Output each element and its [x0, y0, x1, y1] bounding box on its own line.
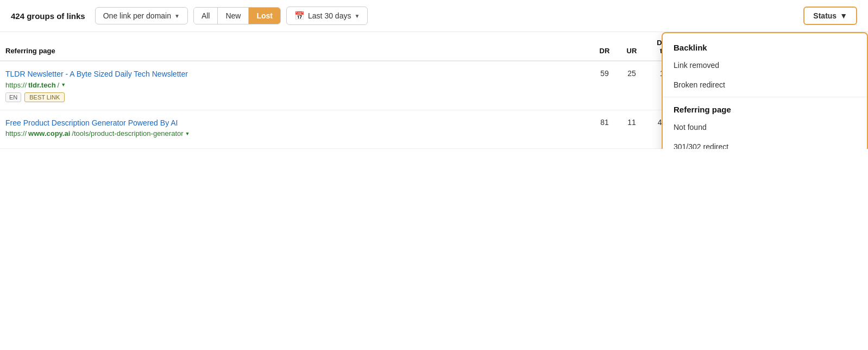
- badge-row-1: EN BEST LINK: [5, 92, 586, 102]
- url-suffix-2: /tools/product-description-generator: [72, 129, 183, 138]
- dropdown-item-label: Link removed: [674, 61, 719, 70]
- status-dropdown-menu: Backlink Link removed Broken redirect Re…: [662, 32, 868, 149]
- dropdown-item-not-found[interactable]: Not found: [663, 117, 867, 137]
- url-chevron-icon[interactable]: ▼: [61, 82, 66, 88]
- link-per-domain-label: One link per domain: [103, 11, 171, 20]
- best-link-badge-1: BEST LINK: [24, 92, 65, 102]
- col-header-referring-page: Referring page: [0, 32, 591, 61]
- page-url-1: https://tldr.tech/ ▼: [5, 81, 586, 89]
- filter-lost-button[interactable]: Lost: [248, 8, 280, 24]
- url-domain-2: www.copy.ai: [28, 129, 70, 138]
- url-chevron-icon-2[interactable]: ▼: [185, 131, 190, 136]
- page-link-2[interactable]: Free Product Description Generator Power…: [5, 118, 586, 129]
- lang-badge-1: EN: [5, 92, 21, 102]
- calendar-icon: 📅: [294, 11, 305, 21]
- page-link-1[interactable]: TLDR Newsletter - A Byte Sized Daily Tec…: [5, 69, 586, 80]
- dropdown-item-label: Not found: [674, 123, 707, 132]
- filter-all-button[interactable]: All: [194, 8, 218, 24]
- dropdown-item-link-removed[interactable]: Link removed: [663, 55, 867, 75]
- dropdown-item-broken-redirect[interactable]: Broken redirect: [663, 75, 867, 95]
- cell-dr-2: 81: [591, 110, 618, 149]
- cell-referring-page-1: TLDR Newsletter - A Byte Sized Daily Tec…: [0, 61, 591, 110]
- dropdown-item-label: 301/302 redirect: [674, 142, 728, 149]
- date-range-label: Last 30 days: [308, 11, 351, 20]
- filter-new-button[interactable]: New: [217, 8, 248, 24]
- toolbar: 424 groups of links One link per domain …: [0, 0, 868, 32]
- url-suffix-1: /: [58, 81, 60, 89]
- backlink-section-header: Backlink: [663, 38, 867, 55]
- table-wrapper: Referring page DR UR Domaintraffic Refer…: [0, 32, 868, 149]
- url-prefix-2: https://: [5, 129, 27, 138]
- filter-group: All New Lost: [193, 7, 281, 24]
- chevron-down-icon: ▼: [354, 13, 360, 19]
- dropdown-item-301-redirect[interactable]: 301/302 redirect: [663, 137, 867, 149]
- col-header-dr: DR: [591, 32, 618, 61]
- dropdown-divider: [663, 97, 867, 97]
- status-dropdown-button[interactable]: Status ▼: [803, 7, 857, 25]
- cell-ur-2: 11: [618, 110, 645, 149]
- status-label: Status: [813, 11, 836, 20]
- url-domain-1: tldr.tech: [28, 81, 56, 89]
- referring-page-section-header: Referring page: [663, 99, 867, 117]
- groups-count-label: 424 groups of links: [11, 11, 85, 21]
- col-header-ur: UR: [618, 32, 645, 61]
- date-range-dropdown[interactable]: 📅 Last 30 days ▼: [286, 7, 368, 25]
- url-prefix-1: https://: [5, 81, 27, 89]
- link-per-domain-dropdown[interactable]: One link per domain ▼: [95, 7, 188, 24]
- cell-dr-1: 59: [591, 61, 618, 110]
- dropdown-item-label: Broken redirect: [674, 80, 725, 89]
- page-url-2: https://www.copy.ai/tools/product-descri…: [5, 129, 586, 138]
- chevron-down-icon: ▼: [174, 13, 180, 19]
- cell-referring-page-2: Free Product Description Generator Power…: [0, 110, 591, 149]
- cell-ur-1: 25: [618, 61, 645, 110]
- chevron-down-icon: ▼: [840, 11, 847, 20]
